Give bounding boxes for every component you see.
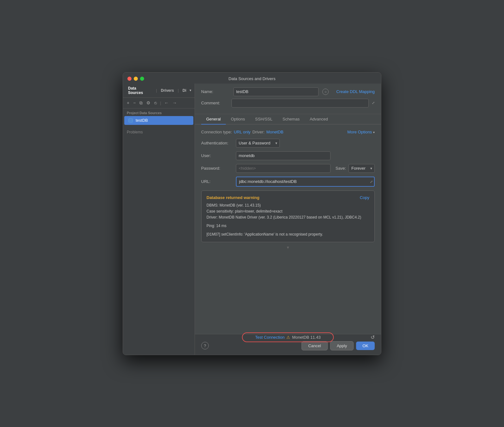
test-connection-ellipse: Test Connection ⚠ MonetDB 11.43 bbox=[242, 332, 334, 342]
auth-select[interactable]: User & Password bbox=[236, 139, 280, 148]
save-group: Save: Forever bbox=[336, 164, 375, 173]
tabs-bar: General Options SSH/SSL Schemas Advanced bbox=[195, 114, 381, 125]
name-options-button[interactable]: ○ bbox=[322, 89, 329, 95]
warning-spacer bbox=[207, 220, 369, 223]
caret-indicator: ▼ bbox=[201, 245, 375, 250]
chevron-down-icon: ▾ bbox=[373, 131, 375, 134]
content-area: Connection type: URL only Driver: MonetD… bbox=[195, 125, 381, 334]
settings-button[interactable]: ⚙ bbox=[146, 100, 151, 106]
dialog-title: Data Sources and Drivers bbox=[229, 76, 276, 81]
main-dialog: Data Sources and Drivers Data Sources | … bbox=[123, 72, 381, 355]
tab-options[interactable]: Options bbox=[226, 114, 250, 125]
password-input[interactable] bbox=[236, 164, 331, 173]
warning-line-err: [01M07] setClientInfo: 'ApplicationName'… bbox=[207, 231, 369, 237]
comment-label: Comment: bbox=[201, 101, 230, 105]
remove-button[interactable]: − bbox=[132, 100, 136, 106]
warning-line-1: DBMS: MonetDB (ver. 11.43.15) bbox=[207, 202, 369, 208]
separator: | bbox=[160, 101, 161, 105]
more-options-label: More Options bbox=[347, 130, 372, 134]
tab-ssh-ssl[interactable]: SSH/SSL bbox=[250, 114, 278, 125]
apply-button[interactable]: Apply bbox=[330, 341, 354, 350]
password-group: Password: Save: Forever bbox=[201, 164, 375, 173]
main-layout: Data Sources | Drivers | Di ▾ + − ⧉ ⚙ ⎋ … bbox=[123, 84, 381, 355]
name-label: Name: bbox=[201, 89, 230, 94]
maximize-button[interactable] bbox=[140, 77, 144, 81]
list-item-testdb[interactable]: testDB bbox=[124, 116, 193, 125]
driver-value[interactable]: MonetDB bbox=[267, 130, 284, 134]
action-buttons: Cancel Apply OK bbox=[302, 341, 375, 350]
warning-icon: ⚠ bbox=[286, 335, 290, 340]
sidebar-toolbar: + − ⧉ ⚙ ⎋ | ← → bbox=[123, 98, 195, 108]
auth-group: Authentication: User & Password bbox=[201, 139, 375, 148]
auth-select-wrapper: User & Password bbox=[236, 139, 280, 148]
tab-general[interactable]: General bbox=[201, 114, 226, 125]
tab-schemas[interactable]: Schemas bbox=[278, 114, 305, 125]
warning-title: Database returned warning bbox=[207, 195, 260, 200]
section-label: Project Data Sources bbox=[123, 108, 195, 116]
url-row: URL: ⤢ bbox=[201, 177, 375, 187]
user-input[interactable] bbox=[236, 151, 331, 160]
expand-icon[interactable]: ⤢ bbox=[372, 101, 375, 105]
test-connection-status: MonetDB 11.43 bbox=[292, 335, 320, 340]
warning-line-ping: Ping: 14 ms bbox=[207, 223, 369, 229]
user-label: User: bbox=[201, 153, 236, 158]
connection-info-row: Connection type: URL only Driver: MonetD… bbox=[201, 130, 375, 134]
database-icon bbox=[128, 118, 133, 123]
connection-type-value[interactable]: URL only bbox=[234, 130, 250, 134]
url-wrapper: ⤢ bbox=[236, 177, 375, 187]
tab-data-sources[interactable]: Data Sources bbox=[126, 85, 154, 96]
warning-line-2: Case sensitivity: plain=lower, delimited… bbox=[207, 208, 369, 214]
save-select[interactable]: Forever bbox=[349, 164, 375, 173]
warning-spacer2 bbox=[207, 229, 369, 231]
tab-di[interactable]: Di bbox=[181, 88, 188, 93]
url-input[interactable] bbox=[236, 177, 375, 187]
warning-box: Database returned warning Copy DBMS: Mon… bbox=[201, 190, 375, 243]
name-input[interactable] bbox=[233, 87, 319, 96]
connection-type-label: Connection type: bbox=[201, 130, 232, 134]
right-panel: Name: ○ Create DDL Mapping Comment: ⤢ Ge… bbox=[195, 84, 381, 355]
connection-info-left: Connection type: URL only Driver: MonetD… bbox=[201, 130, 284, 134]
add-button[interactable]: + bbox=[126, 100, 130, 106]
cancel-button[interactable]: Cancel bbox=[302, 341, 327, 350]
copy-button[interactable]: Copy bbox=[360, 195, 369, 200]
test-connection-button[interactable]: Test Connection bbox=[255, 335, 284, 340]
auth-label: Authentication: bbox=[201, 141, 236, 145]
forward-button[interactable]: → bbox=[172, 100, 178, 106]
form-header: Name: ○ Create DDL Mapping Comment: ⤢ bbox=[195, 84, 381, 114]
title-bar: Data Sources and Drivers bbox=[123, 73, 381, 84]
help-button[interactable]: ? bbox=[201, 342, 209, 349]
export-button[interactable]: ⎋ bbox=[154, 100, 157, 106]
save-select-wrapper: Forever bbox=[349, 164, 375, 173]
window-controls bbox=[127, 77, 144, 81]
refresh-button[interactable]: ↺ bbox=[371, 334, 375, 340]
save-label: Save: bbox=[336, 166, 346, 171]
sidebar-dropdown[interactable]: ▾ bbox=[190, 88, 191, 92]
user-group: User: bbox=[201, 151, 375, 160]
copy-button[interactable]: ⧉ bbox=[139, 100, 143, 106]
name-row: Name: ○ Create DDL Mapping bbox=[201, 87, 375, 96]
password-label: Password: bbox=[201, 166, 236, 171]
minimize-button[interactable] bbox=[134, 77, 138, 81]
ok-button[interactable]: OK bbox=[356, 342, 375, 350]
sidebar-tabs: Data Sources | Drivers | Di ▾ bbox=[123, 84, 195, 98]
back-button[interactable]: ← bbox=[164, 100, 169, 106]
comment-input[interactable] bbox=[231, 99, 369, 108]
problems-label: Problems bbox=[123, 125, 195, 137]
create-ddl-link[interactable]: Create DDL Mapping bbox=[336, 89, 375, 94]
url-expand-icon[interactable]: ⤢ bbox=[370, 179, 373, 184]
warning-text: DBMS: MonetDB (ver. 11.43.15) Case sensi… bbox=[207, 202, 369, 238]
tab-advanced[interactable]: Advanced bbox=[305, 114, 333, 125]
tab-drivers[interactable]: Drivers bbox=[159, 88, 176, 93]
warning-line-3: Driver: MonetDB Native Driver (ver. 3.2 … bbox=[207, 214, 369, 220]
close-button[interactable] bbox=[127, 77, 132, 81]
more-options-btn[interactable]: More Options ▾ bbox=[347, 130, 375, 134]
divider2: | bbox=[177, 88, 179, 93]
sidebar: Data Sources | Drivers | Di ▾ + − ⧉ ⚙ ⎋ … bbox=[123, 84, 195, 355]
comment-row: Comment: ⤢ bbox=[201, 99, 375, 108]
url-label: URL: bbox=[201, 179, 236, 184]
item-label-testdb: testDB bbox=[136, 118, 148, 123]
bottom-bar: Test Connection ⚠ MonetDB 11.43 ↺ ? Canc… bbox=[195, 334, 381, 355]
warning-header: Database returned warning Copy bbox=[207, 195, 369, 200]
svg-point-0 bbox=[129, 118, 132, 120]
driver-label: Driver: bbox=[252, 130, 264, 134]
